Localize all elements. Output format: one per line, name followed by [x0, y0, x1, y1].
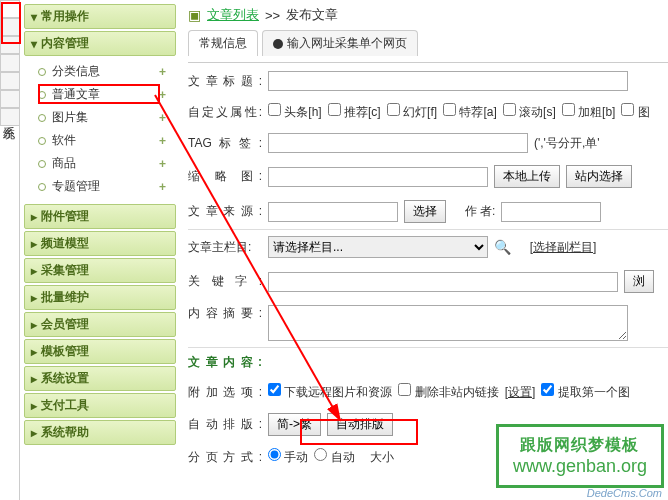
opt-remove-links[interactable]: 删除非站内链接 [398, 383, 498, 401]
tab-general[interactable]: 常规信息 [188, 30, 258, 56]
chevron-right-icon: ▸ [31, 210, 37, 224]
bullet-icon [38, 68, 46, 76]
column-select[interactable]: 请选择栏目... [268, 236, 488, 258]
vtab-collect[interactable]: 采集 [0, 54, 19, 72]
source-input[interactable] [268, 202, 398, 222]
tab-url-collect[interactable]: 输入网址采集单个网页 [262, 30, 418, 56]
opt-settings-link[interactable]: [设置] [505, 384, 536, 401]
auto-layout-button[interactable]: 自动排版 [327, 413, 393, 436]
label-layout: 自动排版: [188, 416, 262, 433]
attr-recommend[interactable]: 推荐[c] [328, 103, 381, 121]
attr-slide[interactable]: 幻灯[f] [387, 103, 437, 121]
section-payment[interactable]: ▸支付工具 [24, 393, 176, 418]
vtab-member[interactable]: 会员 [0, 72, 19, 90]
chevron-right-icon: ▸ [31, 426, 37, 440]
label-source: 文章来源: [188, 203, 262, 220]
browse-button[interactable]: 浏 [624, 270, 654, 293]
section-batch[interactable]: ▸批量维护 [24, 285, 176, 310]
title-input[interactable] [268, 71, 628, 91]
breadcrumb: ▣ 文章列表 >> 发布文章 [188, 6, 668, 24]
attr-scroll[interactable]: 滚动[s] [503, 103, 556, 121]
opt-download-remote[interactable]: 下载远程图片和资源 [268, 383, 392, 401]
tree-item-software[interactable]: 软件+ [30, 129, 176, 152]
plus-icon[interactable]: + [159, 65, 174, 79]
simp-to-trad-button[interactable]: 简->繁 [268, 413, 321, 436]
vtab-module[interactable]: 模块 [0, 18, 19, 36]
form-tabs: 常规信息 输入网址采集单个网页 [188, 30, 668, 56]
label-desc: 内容摘要: [188, 305, 262, 322]
search-icon[interactable]: 🔍 [494, 239, 511, 255]
breadcrumb-current: 发布文章 [286, 6, 338, 24]
section-channel[interactable]: ▸频道模型 [24, 231, 176, 256]
attr-bold[interactable]: 加粗[b] [562, 103, 616, 121]
section-collect[interactable]: ▸采集管理 [24, 258, 176, 283]
watermark-line2: www.genban.org [513, 456, 647, 477]
attr-headline[interactable]: 头条[h] [268, 103, 322, 121]
page-auto[interactable]: 自动 [314, 448, 354, 466]
label-keyword: 关键字: [188, 273, 262, 290]
chevron-right-icon: ▸ [31, 237, 37, 251]
book-icon: ▣ [188, 7, 201, 23]
chevron-right-icon: ▸ [31, 318, 37, 332]
tree-item-special[interactable]: 专题管理+ [30, 175, 176, 198]
section-content[interactable]: ▾内容管理 [24, 31, 176, 56]
upload-local-button[interactable]: 本地上传 [494, 165, 560, 188]
bullet-icon [38, 137, 46, 145]
chevron-right-icon: ▸ [31, 345, 37, 359]
section-common[interactable]: ▾常用操作 [24, 4, 176, 29]
attr-special[interactable]: 特荐[a] [443, 103, 497, 121]
chevron-right-icon: ▸ [31, 291, 37, 305]
breadcrumb-sep: >> [265, 8, 280, 23]
tag-input[interactable] [268, 133, 528, 153]
label-thumb: 缩 略 图: [188, 168, 262, 185]
page-manual[interactable]: 手动 [268, 448, 308, 466]
vertical-tabs: 核心 模块 生成 采集 会员 模板 系统 [0, 0, 20, 500]
section-member[interactable]: ▸会员管理 [24, 312, 176, 337]
select-site-button[interactable]: 站内选择 [566, 165, 632, 188]
vtab-core[interactable]: 核心 [0, 0, 19, 18]
desc-textarea[interactable] [268, 305, 628, 341]
section-template[interactable]: ▸模板管理 [24, 339, 176, 364]
plus-icon[interactable]: + [159, 88, 174, 102]
content-tree: 分类信息+ 普通文章+ 图片集+ 软件+ 商品+ 专题管理+ [24, 58, 176, 202]
plus-icon[interactable]: + [159, 180, 174, 194]
vtab-generate[interactable]: 生成 [0, 36, 19, 54]
label-title: 文章标题: [188, 73, 262, 90]
label-options: 附加选项: [188, 384, 262, 401]
attr-image[interactable]: 图 [621, 103, 649, 121]
chevron-right-icon: ▸ [31, 399, 37, 413]
label-author: 作 者: [465, 203, 496, 220]
label-attr: 自定义属性: [188, 104, 262, 121]
footer-watermark: DedeCms.Com [587, 487, 662, 499]
sidebar: ▾常用操作 ▾内容管理 分类信息+ 普通文章+ 图片集+ 软件+ 商品+ 专题管… [20, 0, 180, 500]
plus-icon[interactable]: + [159, 134, 174, 148]
vtab-system[interactable]: 系统 [0, 108, 19, 126]
tree-item-category[interactable]: 分类信息+ [30, 60, 176, 83]
vtab-template[interactable]: 模板 [0, 90, 19, 108]
tree-item-article[interactable]: 普通文章+ [30, 83, 176, 106]
thumb-input[interactable] [268, 167, 488, 187]
chevron-right-icon: ▸ [31, 372, 37, 386]
select-source-button[interactable]: 选择 [404, 200, 446, 223]
keyword-input[interactable] [268, 272, 618, 292]
plus-icon[interactable]: + [159, 157, 174, 171]
sub-column-link[interactable]: [选择副栏目] [530, 239, 597, 256]
label-body: 文章内容: [188, 354, 262, 371]
section-settings[interactable]: ▸系统设置 [24, 366, 176, 391]
breadcrumb-list[interactable]: 文章列表 [207, 6, 259, 24]
bullet-icon [38, 183, 46, 191]
watermark-line1: 跟版网织梦模板 [513, 435, 647, 456]
tree-item-gallery[interactable]: 图片集+ [30, 106, 176, 129]
tree-item-product[interactable]: 商品+ [30, 152, 176, 175]
section-help[interactable]: ▸系统帮助 [24, 420, 176, 445]
opt-extract-image[interactable]: 提取第一个图 [541, 383, 629, 401]
bullet-icon [38, 91, 46, 99]
chevron-down-icon: ▾ [31, 37, 37, 51]
plus-icon[interactable]: + [159, 111, 174, 125]
section-attachment[interactable]: ▸附件管理 [24, 204, 176, 229]
author-input[interactable] [501, 202, 601, 222]
article-form: 文章标题: 自定义属性: 头条[h] 推荐[c] 幻灯[f] 特荐[a] 滚动[… [188, 62, 668, 472]
dot-icon [273, 39, 283, 49]
bullet-icon [38, 160, 46, 168]
tag-tip: (','号分开,单' [534, 135, 600, 152]
